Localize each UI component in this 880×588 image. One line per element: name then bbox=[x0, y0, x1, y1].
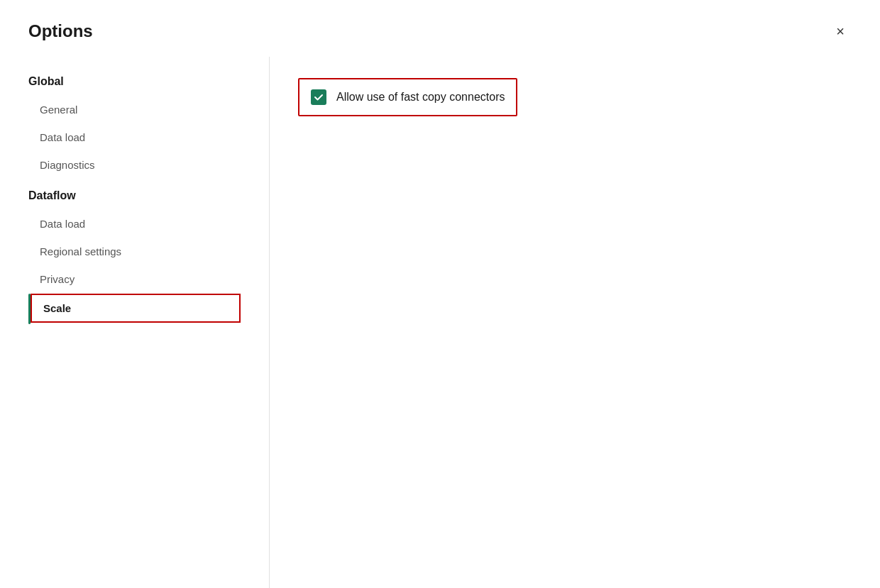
sidebar-item-global-general[interactable]: General bbox=[28, 96, 241, 123]
sidebar-item-dataflow-data-load[interactable]: Data load bbox=[28, 211, 241, 237]
setting-row-fast-copy: Allow use of fast copy connectors bbox=[298, 78, 517, 116]
fast-copy-checkbox[interactable] bbox=[311, 89, 326, 105]
fast-copy-label: Allow use of fast copy connectors bbox=[336, 91, 505, 104]
dialog-title: Options bbox=[28, 21, 93, 41]
sidebar-item-dataflow-scale[interactable]: Scale bbox=[31, 294, 241, 323]
dialog-header: Options × bbox=[0, 0, 880, 57]
checkmark-icon bbox=[314, 92, 324, 102]
options-dialog: Options × Global General Data load Diagn… bbox=[0, 0, 880, 588]
sidebar-section-dataflow: Dataflow bbox=[28, 189, 241, 202]
sidebar-item-dataflow-privacy[interactable]: Privacy bbox=[28, 266, 241, 292]
sidebar-item-dataflow-regional-settings[interactable]: Regional settings bbox=[28, 238, 241, 265]
sidebar-item-scale-wrapper: Scale bbox=[28, 294, 241, 324]
content-area: Allow use of fast copy connectors bbox=[270, 57, 880, 588]
close-button[interactable]: × bbox=[829, 20, 852, 43]
sidebar-item-global-diagnostics[interactable]: Diagnostics bbox=[28, 152, 241, 178]
sidebar-section-global: Global bbox=[28, 75, 241, 88]
dialog-body: Global General Data load Diagnostics Dat… bbox=[0, 57, 880, 588]
sidebar-item-global-data-load[interactable]: Data load bbox=[28, 124, 241, 150]
sidebar: Global General Data load Diagnostics Dat… bbox=[0, 57, 270, 588]
